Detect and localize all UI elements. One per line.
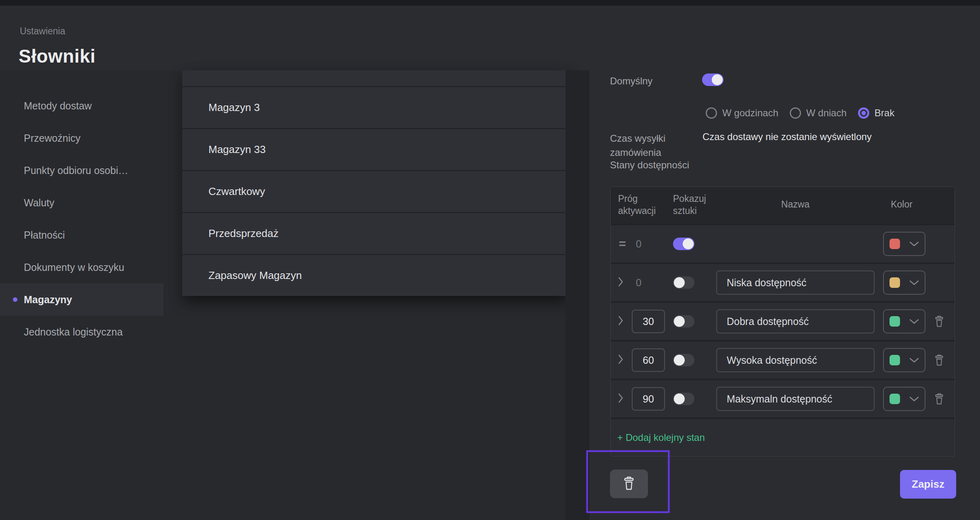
warehouse-row-partial[interactable] [182, 70, 566, 86]
availability-row-4 [611, 342, 955, 379]
warehouse-row-label: Magazyn 33 [208, 143, 266, 156]
sidebar-item-5[interactable]: Płatności [0, 219, 164, 251]
chevron-down-icon [909, 319, 919, 324]
radio-label: W godzinach [722, 107, 778, 119]
warehouse-row[interactable]: Przedsprzedaż [182, 212, 566, 254]
color-dropdown[interactable] [883, 309, 925, 333]
availability-row-3 [611, 303, 955, 340]
delete-state-button[interactable] [933, 392, 945, 405]
warehouse-row-label: Przedsprzedaż [208, 227, 278, 240]
sidebar-item-8[interactable]: Jednostka logistyczna [0, 316, 164, 348]
sidebar-item-label: Metody dostaw [24, 100, 92, 112]
toggle-knob [674, 277, 685, 288]
warehouse-row[interactable]: Magazyn 3 [182, 86, 566, 128]
sidebar-item-6[interactable]: Dokumenty w koszyku [0, 251, 164, 283]
radio-option[interactable]: Brak [858, 107, 894, 119]
color-swatch [890, 277, 900, 288]
chevron-down-icon [909, 241, 919, 247]
default-toggle[interactable] [702, 73, 723, 86]
show-units-toggle[interactable] [673, 238, 694, 250]
availability-row-5 [611, 380, 955, 417]
sidebar-item-4[interactable]: Waluty [0, 187, 164, 219]
settings-sidebar: Metody dostawPrzewoźnicyPunkty odbioru o… [0, 70, 164, 348]
trash-icon [622, 476, 635, 492]
radio-icon[interactable] [790, 107, 801, 119]
color-dropdown[interactable] [883, 232, 925, 256]
sidebar-item-label: Przewoźnicy [24, 132, 80, 144]
chevron-down-icon [909, 280, 919, 285]
show-units-toggle[interactable] [673, 315, 694, 328]
sidebar-item-3[interactable]: Punkty odbioru osobi… [0, 154, 164, 187]
sidebar-item-label: Dokumenty w koszyku [24, 262, 124, 273]
panel-gap [566, 70, 589, 520]
availability-table-footer: + Dodaj kolejny stan [611, 419, 955, 456]
state-name-input[interactable] [716, 387, 875, 411]
color-swatch [890, 355, 900, 365]
greater-than-operator-icon [618, 393, 623, 405]
greater-than-operator-icon [618, 277, 623, 288]
warehouse-row-label: Zapasowy Magazyn [208, 269, 302, 282]
threshold-value: 0 [636, 238, 641, 250]
toggle-knob [674, 316, 685, 327]
col-threshold: Próg aktywacji [618, 193, 667, 217]
threshold-input[interactable] [632, 310, 665, 333]
availability-row-2: 0 [611, 264, 955, 301]
color-dropdown[interactable] [883, 387, 925, 411]
availability-states-label: Stany dostępności [610, 159, 689, 171]
delete-state-button[interactable] [933, 315, 945, 328]
radio-icon[interactable] [706, 107, 717, 119]
warehouse-row[interactable]: Magazyn 33 [182, 128, 566, 170]
greater-than-operator-icon [618, 354, 623, 366]
save-button[interactable]: Zapisz [900, 470, 956, 499]
availability-table: Próg aktywacji Pokazuj sztuki Nazwa Kolo… [610, 187, 955, 457]
threshold-input[interactable] [632, 348, 665, 372]
sidebar-item-1[interactable]: Metody dostaw [0, 90, 164, 122]
threshold-value: 0 [636, 277, 641, 289]
color-swatch [890, 394, 900, 404]
toggle-knob [683, 239, 694, 250]
state-name-input[interactable] [716, 309, 875, 333]
state-name-input[interactable] [716, 348, 875, 372]
toggle-knob [674, 394, 685, 405]
availability-table-header: Próg aktywacji Pokazuj sztuki Nazwa Kolo… [611, 187, 955, 224]
warehouse-row[interactable]: Zapasowy Magazyn [182, 254, 566, 296]
delete-warehouse-button[interactable] [610, 470, 648, 498]
color-dropdown[interactable] [883, 270, 925, 295]
col-show-units: Pokazuj sztuki [673, 193, 721, 217]
sidebar-item-7[interactable]: Magazyny [0, 283, 164, 316]
show-units-toggle[interactable] [673, 393, 694, 405]
warehouse-detail-panel: Domyślny W godzinachW dniachBrak Czas wy… [589, 70, 980, 520]
toggle-knob [712, 74, 723, 85]
app-window: Ustawienia Słowniki Metody dostawPrzewoź… [0, 0, 980, 520]
radio-option[interactable]: W godzinach [706, 107, 778, 119]
breadcrumb: Ustawienia [20, 26, 65, 37]
toggle-knob [674, 355, 685, 366]
top-strip [0, 0, 980, 6]
radio-icon[interactable] [858, 107, 869, 119]
state-name-input[interactable] [716, 270, 875, 295]
warehouse-list: Magazyn 3Magazyn 33CzwartkowyPrzedsprzed… [182, 70, 566, 296]
radio-label: Brak [875, 107, 894, 119]
chevron-down-icon [909, 396, 919, 402]
color-dropdown[interactable] [883, 348, 925, 372]
col-color: Kolor [877, 198, 926, 210]
page-header: Ustawienia Słowniki [0, 6, 980, 70]
shipping-time-label: Czas wysyłki zamówienia [610, 131, 697, 159]
show-units-toggle[interactable] [673, 354, 694, 367]
add-state-link[interactable]: + Dodaj kolejny stan [617, 432, 705, 443]
warehouse-row[interactable]: Czwartkowy [182, 170, 566, 212]
delete-state-button[interactable] [933, 354, 945, 367]
sidebar-item-2[interactable]: Przewoźnicy [0, 122, 164, 154]
greater-than-operator-icon [618, 316, 623, 327]
sidebar-item-label: Jednostka logistyczna [24, 326, 123, 338]
shipping-time-value: Czas dostawy nie zostanie wyświetlony [702, 131, 872, 143]
sidebar-item-label: Płatności [24, 229, 65, 241]
availability-row-1: =0 [611, 225, 955, 262]
warehouse-row-label: Czwartkowy [208, 185, 265, 198]
show-units-toggle[interactable] [673, 277, 694, 289]
radio-option[interactable]: W dniach [790, 107, 847, 119]
radio-label: W dniach [806, 107, 847, 119]
chevron-down-icon [909, 358, 919, 363]
col-name: Nazwa [716, 198, 875, 210]
threshold-input[interactable] [632, 387, 665, 411]
